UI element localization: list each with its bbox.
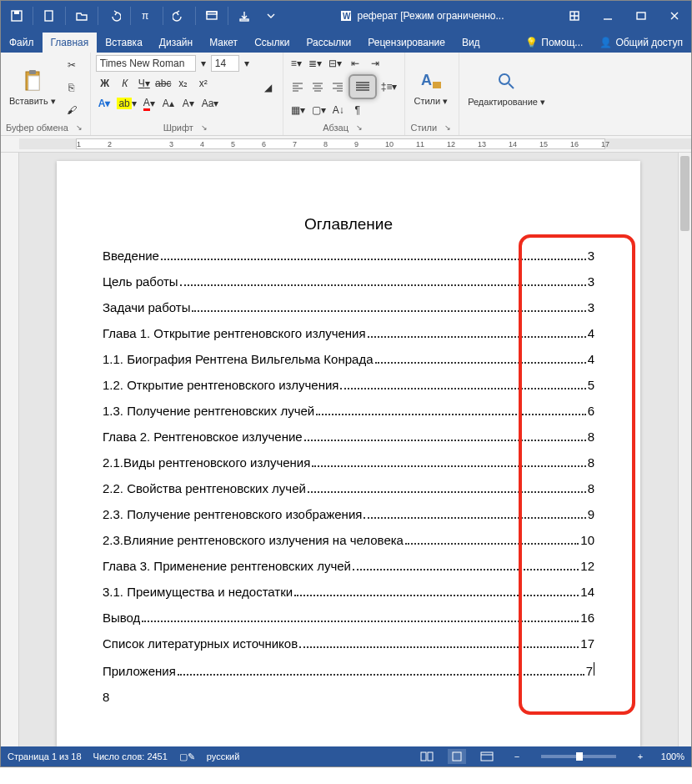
- font-name-input[interactable]: [96, 55, 196, 72]
- redo-icon[interactable]: [167, 4, 192, 28]
- status-word-count[interactable]: Число слов: 2451: [93, 751, 168, 761]
- align-left-button[interactable]: [288, 78, 307, 96]
- toc-item[interactable]: Глава 3. Применение рентгеновских лучей1…: [103, 559, 594, 573]
- toc-item[interactable]: 1.3. Получение рентгеновских лучей6: [103, 404, 594, 418]
- toc-item[interactable]: 1.2. Открытие рентгеновского излучения 5: [103, 378, 594, 392]
- toc-item[interactable]: 2.1.Виды рентгеновского излучения8: [103, 455, 594, 470]
- toc-item[interactable]: 2.3.Влияние рентгеновского излучения на …: [103, 533, 594, 547]
- help-tell-me[interactable]: 💡Помощ...: [517, 33, 591, 53]
- change-case-button[interactable]: Aa▾: [199, 94, 222, 113]
- ribbon-options-icon[interactable]: [558, 1, 591, 31]
- touch-mode-icon[interactable]: [232, 4, 257, 28]
- toc-item[interactable]: 2.2. Свойства рентгеновских лучей8: [103, 481, 594, 495]
- decrease-indent-button[interactable]: ⇤: [346, 54, 364, 73]
- toc-text: Введение: [103, 249, 159, 263]
- undo-icon[interactable]: [102, 4, 127, 28]
- grow-font-button[interactable]: A▴: [159, 94, 178, 113]
- print-layout-icon[interactable]: [448, 749, 466, 764]
- spellcheck-icon[interactable]: ▢✎: [179, 751, 195, 762]
- superscript-button[interactable]: x²: [194, 74, 213, 93]
- tab-рецензирование[interactable]: Рецензирование: [359, 33, 454, 53]
- ruler-vertical[interactable]: [1, 153, 19, 746]
- tab-вид[interactable]: Вид: [454, 33, 489, 53]
- font-name-dropdown-icon[interactable]: ▾: [198, 54, 209, 73]
- font-size-input[interactable]: [211, 55, 239, 72]
- borders-button[interactable]: ▢▾: [309, 101, 328, 119]
- read-mode-icon[interactable]: [418, 749, 436, 764]
- zoom-slider[interactable]: [541, 755, 616, 758]
- toc-item[interactable]: Приложения7: [103, 662, 594, 678]
- document-page[interactable]: Оглавление Введение3Цель работы3Задачи р…: [57, 161, 640, 746]
- bold-button[interactable]: Ж: [96, 74, 114, 93]
- tab-дизайн[interactable]: Дизайн: [151, 33, 201, 53]
- styles-launcher-icon[interactable]: ↘: [442, 122, 454, 133]
- ruler-horizontal[interactable]: 1234567891011121314151617: [1, 136, 691, 153]
- underline-button[interactable]: Ч▾: [136, 74, 153, 93]
- shrink-font-button[interactable]: A▾: [179, 94, 198, 113]
- zoom-out-icon[interactable]: −: [508, 749, 526, 764]
- tab-рассылки[interactable]: Рассылки: [298, 33, 359, 53]
- status-language[interactable]: русский: [207, 751, 239, 761]
- tab-главная[interactable]: Главная: [43, 33, 98, 53]
- multilevel-button[interactable]: ⊟▾: [326, 54, 344, 73]
- toc-item[interactable]: Цель работы3: [103, 274, 594, 289]
- toc-item[interactable]: Глава 1. Открытие рентгеновского излучен…: [103, 326, 594, 340]
- sort-button[interactable]: A↓: [330, 101, 347, 119]
- font-size-dropdown-icon[interactable]: ▾: [241, 54, 253, 73]
- format-painter-icon[interactable]: 🖌: [63, 101, 81, 119]
- web-layout-icon[interactable]: [478, 749, 496, 764]
- toc-item[interactable]: 2.3. Получение рентгеновского изображени…: [103, 507, 594, 521]
- toc-item[interactable]: Вывод16: [103, 611, 594, 625]
- editing-button[interactable]: Редактирование ▾: [464, 54, 549, 122]
- group-clipboard: Вставить ▾ ✂ ⎘ 🖌 Буфер обмена↘: [1, 53, 91, 135]
- window-icon[interactable]: [199, 4, 224, 28]
- toc-item[interactable]: Список литературных источников17: [103, 636, 594, 651]
- shading-button[interactable]: ▦▾: [288, 101, 308, 119]
- maximize-icon[interactable]: [624, 1, 658, 31]
- subscript-button[interactable]: x₂: [174, 74, 193, 93]
- paragraph-launcher-icon[interactable]: ↘: [354, 122, 365, 133]
- strikethrough-button[interactable]: abc: [154, 74, 173, 93]
- toc-item[interactable]: 1.1. Биография Рентгена Вильгельма Конра…: [103, 352, 594, 366]
- align-right-button[interactable]: [328, 78, 347, 96]
- font-launcher-icon[interactable]: ↘: [198, 122, 210, 133]
- font-color-button[interactable]: A▾: [141, 94, 158, 113]
- toc-item[interactable]: 3.1. Преимущества и недостатки14: [103, 585, 594, 599]
- zoom-in-icon[interactable]: +: [631, 749, 649, 764]
- toc-item[interactable]: Глава 2. Рентгеновское излучение8: [103, 430, 594, 444]
- toc-item[interactable]: Задачи работы3: [103, 300, 594, 314]
- text-effects-button[interactable]: A▾: [96, 94, 113, 113]
- open-icon[interactable]: [69, 4, 94, 28]
- bullets-button[interactable]: ≡▾: [288, 54, 304, 73]
- close-icon[interactable]: [658, 1, 691, 31]
- line-spacing-button[interactable]: ‡≡▾: [379, 78, 400, 96]
- tab-макет[interactable]: Макет: [201, 33, 246, 53]
- clipboard-launcher-icon[interactable]: ↘: [73, 122, 85, 133]
- toc-title: Оглавление: [103, 215, 594, 234]
- toc-item[interactable]: Введение3: [103, 249, 594, 263]
- align-center-button[interactable]: [308, 78, 327, 96]
- zoom-level[interactable]: 100%: [661, 751, 684, 761]
- increase-indent-button[interactable]: ⇥: [366, 54, 384, 73]
- status-page[interactable]: Страница 1 из 18: [8, 751, 82, 761]
- cut-icon[interactable]: ✂: [63, 56, 81, 74]
- show-marks-button[interactable]: ¶: [349, 101, 367, 119]
- paste-button[interactable]: Вставить ▾: [6, 54, 59, 120]
- copy-icon[interactable]: ⎘: [63, 78, 81, 97]
- share-button[interactable]: 👤Общий доступ: [591, 33, 691, 53]
- tab-ссылки[interactable]: Ссылки: [246, 33, 298, 53]
- vertical-scrollbar[interactable]: [678, 153, 691, 746]
- equation-icon[interactable]: π: [134, 4, 159, 28]
- numbering-button[interactable]: ≣▾: [306, 54, 324, 73]
- tab-вставка[interactable]: Вставка: [97, 33, 151, 53]
- minimize-icon[interactable]: [591, 1, 624, 31]
- styles-button[interactable]: A Стили ▾: [410, 54, 451, 120]
- qat-customize-icon[interactable]: [258, 4, 283, 28]
- new-doc-icon[interactable]: [37, 4, 62, 28]
- clear-formatting-icon[interactable]: ◢: [259, 78, 278, 97]
- highlight-color-button[interactable]: ab▾: [114, 94, 138, 113]
- tab-файл[interactable]: Файл: [1, 33, 43, 53]
- italic-button[interactable]: К: [116, 74, 134, 93]
- justify-button-highlighted[interactable]: [349, 74, 377, 99]
- save-icon[interactable]: [4, 4, 29, 28]
